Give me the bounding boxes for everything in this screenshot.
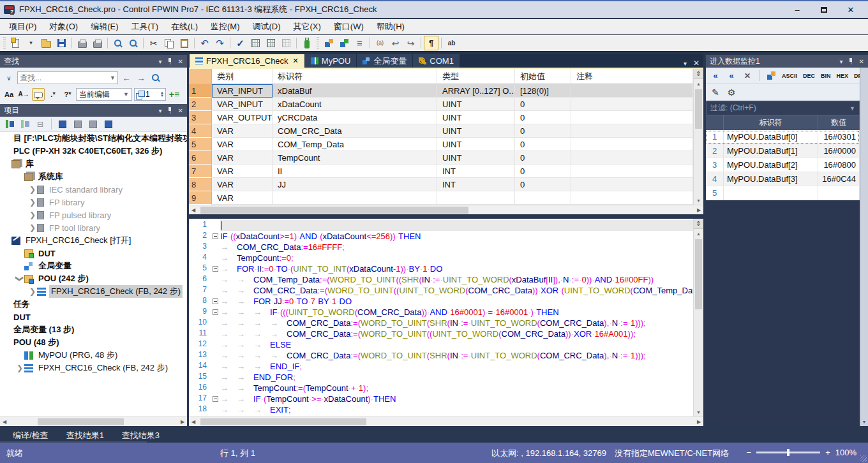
tree-item[interactable]: 库: [0, 158, 187, 170]
code-line[interactable]: 7→→COM_CRC_Data:=(WORD_TO_UINT((UINT_TO_…: [189, 285, 693, 296]
print-button[interactable]: [90, 36, 105, 50]
tree-item[interactable]: ❯FP library: [0, 196, 187, 209]
editor-splitter[interactable]: [189, 214, 703, 219]
column-header[interactable]: [706, 115, 724, 130]
menu-item-d[interactable]: 调试(D): [246, 19, 287, 34]
code-line[interactable]: 8→→FOR·JJ:=0·TO·7·BY·1·DO: [189, 296, 693, 307]
watch-row[interactable]: 2MyPOU.DataBuf[1]16#0000: [706, 144, 860, 158]
regex-button[interactable]: .*: [47, 88, 59, 101]
tree-expander-icon[interactable]: ❯: [28, 185, 37, 194]
code-line[interactable]: 9→→→IF·(((UINT_TO_WORD(COM_CRC_Data))·AN…: [189, 307, 693, 318]
fold-collapse-icon[interactable]: [213, 298, 218, 304]
table-row[interactable]: 1VAR_INPUTxDataBufARRAY [0..127] O...[12…: [189, 84, 693, 98]
project-tree-hscrollbar[interactable]: ◀ ▶: [0, 416, 187, 426]
scroll-up-icon[interactable]: ▲: [694, 229, 703, 238]
close-button[interactable]: ✕: [837, 2, 864, 17]
tree-item[interactable]: POU (48 步): [0, 336, 187, 349]
variable-table-vscrollbar[interactable]: ⇕ ▲ ▼: [693, 69, 703, 205]
tree-item[interactable]: ❯FPXH_CRC16_Check (FB, 242 步): [0, 362, 187, 374]
panel-close-icon[interactable]: ✕: [178, 107, 183, 114]
match-case-button[interactable]: Aa: [3, 88, 15, 101]
expand-search-icon[interactable]: ∨: [3, 71, 15, 84]
undo-button[interactable]: ↶: [197, 36, 212, 50]
settings-button[interactable]: ⚙: [725, 86, 738, 99]
bracket-select-button[interactable]: (a): [373, 36, 387, 50]
fold-collapse-icon[interactable]: [213, 309, 218, 315]
menu-item-m[interactable]: 监控(M): [204, 19, 246, 34]
add-instance-button[interactable]: [19, 118, 31, 131]
find-in-project-button[interactable]: [126, 36, 140, 50]
scroll-right-icon[interactable]: ▶: [178, 419, 187, 425]
column-header[interactable]: 标识符: [724, 115, 818, 130]
table-row[interactable]: 6VARTempCountUINT0: [189, 151, 693, 165]
watch-filter-input[interactable]: 过滤: (Ctrl+F) ▼: [706, 101, 860, 115]
code-line[interactable]: 10→→→→COM_CRC_Data:=(WORD_TO_UINT(SHR(IN…: [189, 318, 693, 328]
menu-item-e[interactable]: 编辑(E): [84, 19, 124, 34]
redo-button[interactable]: ↷: [213, 36, 227, 50]
code-line[interactable]: 18→→→EXIT;: [189, 404, 693, 415]
tree-item[interactable]: PLC (FP-XH 32k C40ET,C60ET, 326 步): [0, 145, 187, 158]
rename-object-button[interactable]: [71, 118, 84, 131]
tree-item[interactable]: ❯IEC standard library: [0, 183, 187, 196]
code-line[interactable]: 11→→→→COM_CRC_Data:=(WORD_TO_UINT((UINT_…: [189, 328, 693, 339]
format-hex-button[interactable]: HEX: [835, 71, 850, 80]
cascade-button[interactable]: [765, 70, 777, 82]
scroll-left-icon[interactable]: ◀: [189, 207, 198, 213]
delete-watch-button[interactable]: ✕: [741, 70, 754, 82]
pin-icon[interactable]: [168, 107, 172, 114]
check-pou-button[interactable]: ✓: [233, 36, 248, 50]
tree-item[interactable]: 全局变量 (13 步): [0, 323, 187, 336]
variable-table-hscrollbar[interactable]: ◀ ▶: [189, 205, 703, 214]
cut-button[interactable]: ✂: [146, 36, 161, 50]
tree-item[interactable]: ❯POU (242 步): [0, 272, 187, 285]
zoom-slider-thumb[interactable]: [787, 449, 789, 456]
code-line[interactable]: 13→→→→COM_CRC_Data:=(WORD_TO_UINT(SHR(IN…: [189, 350, 693, 361]
menu-item-l[interactable]: 在线(L): [165, 19, 204, 34]
resize-grip[interactable]: [860, 455, 867, 462]
column-header[interactable]: 初始值: [515, 69, 571, 84]
table-row[interactable]: 3VAR_OUTPUTyCRCDataUINT0: [189, 111, 693, 124]
code-line[interactable]: 4→TempCount:=0;: [189, 253, 693, 263]
object-layout-button[interactable]: [322, 36, 336, 50]
match-count-stepper[interactable]: 1▲▼: [134, 88, 166, 101]
watch-row[interactable]: 3MyPOU.DataBuf[2]16#0800: [706, 158, 860, 172]
pin-icon[interactable]: [849, 58, 853, 64]
tree-item[interactable]: 全局变量: [0, 260, 187, 272]
format-align-button[interactable]: ≡: [352, 36, 367, 50]
tree-expander-icon[interactable]: ❯: [28, 287, 37, 296]
pin-icon[interactable]: [168, 58, 172, 64]
filter-dropdown-icon[interactable]: ▼: [849, 105, 855, 112]
new-document-button[interactable]: [8, 36, 23, 50]
add-variable-button[interactable]: «: [709, 70, 722, 82]
table-row[interactable]: 9VAR: [189, 191, 693, 205]
document-tab-全局变量[interactable]: 全局变量: [357, 54, 412, 68]
table-row[interactable]: 5VARCOM_Temp_DataUINT0: [189, 138, 693, 151]
watch-vscrollbar[interactable]: ▼: [860, 68, 868, 426]
swap-view-button[interactable]: ab: [444, 36, 459, 50]
search-button[interactable]: [149, 71, 162, 84]
menu-item-x[interactable]: 其它(X): [287, 19, 327, 34]
scroll-left-icon[interactable]: ◀: [189, 419, 198, 425]
tree-item[interactable]: DUT: [0, 247, 187, 260]
tree-item[interactable]: ❯FP pulsed library: [0, 209, 187, 221]
menu-item-h[interactable]: 帮助(H): [370, 19, 411, 34]
code-line[interactable]: 17→→IF·(TempCount·>=·xDataCount)·THEN: [189, 393, 693, 404]
tree-item[interactable]: ❯FPXH_CRC16_Check (FB, 242 步): [0, 285, 187, 298]
column-header[interactable]: 类别: [212, 69, 273, 84]
tree-item[interactable]: ❯FP tool library: [0, 221, 187, 234]
open-project-button[interactable]: [39, 36, 54, 50]
code-line[interactable]: 3→COM_CRC_Data:=16#FFFF;: [189, 242, 693, 253]
add-search-filter-button[interactable]: +≡: [168, 88, 181, 101]
find-next-button[interactable]: →: [135, 71, 147, 84]
new-object-button[interactable]: [56, 118, 69, 131]
split-view-icon[interactable]: ⇕: [694, 69, 703, 79]
tab-list-dropdown-icon[interactable]: ▾: [684, 60, 687, 67]
show-whitespace-button[interactable]: ¶: [424, 36, 438, 50]
zoom-slider[interactable]: [756, 452, 820, 453]
code-editor-vscrollbar[interactable]: ⇕ ▲ ▼: [693, 219, 703, 416]
panel-close-icon[interactable]: ✕: [178, 58, 183, 65]
column-header[interactable]: 标识符: [273, 69, 437, 84]
document-tab-FPXH_CRC16_Check[interactable]: FPXH_CRC16_Check✕: [190, 54, 304, 68]
panel-close-icon[interactable]: ✕: [859, 58, 864, 65]
format-dec-button[interactable]: DEC: [802, 71, 816, 80]
